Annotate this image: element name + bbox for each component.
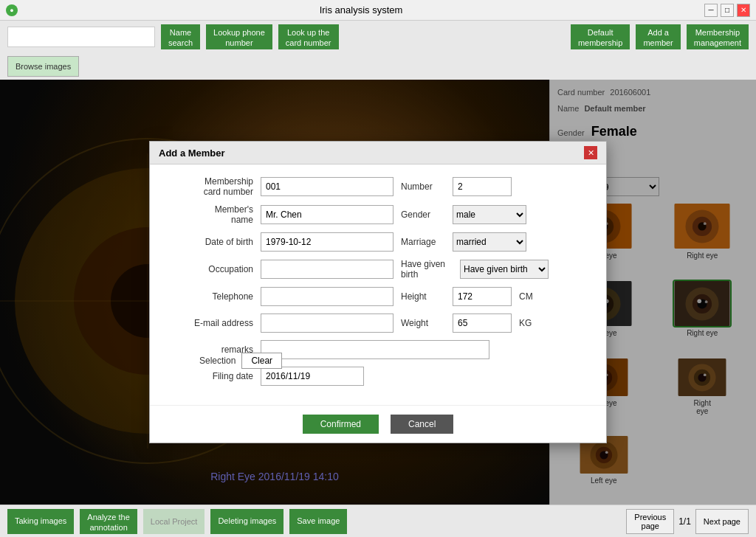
modal-body: Membership card number Number Member's n… (150, 164, 606, 405)
add-member-modal: Add a Member ✕ Membership card number Nu… (149, 141, 607, 443)
minimize-button[interactable]: ─ (704, 4, 718, 17)
gender-select[interactable]: male female (453, 205, 526, 224)
filing-date-input[interactable] (261, 367, 364, 386)
app-icon: ● (6, 4, 18, 16)
form-row-filing: Filing date (165, 367, 591, 386)
weight-input[interactable] (453, 313, 512, 333)
filing-date-label: Filing date (165, 371, 253, 381)
analyze-annotation-button[interactable]: Analyze the annotation (80, 509, 137, 534)
telephone-label: Telephone (165, 291, 253, 302)
form-row-telephone: Telephone Height CM (165, 287, 591, 306)
height-label: Height (401, 291, 445, 302)
card-number-form-input[interactable] (261, 177, 394, 196)
occupation-label: Occupation (165, 264, 253, 274)
membership-management-button[interactable]: Membership management (687, 24, 749, 49)
cancel-button[interactable]: Cancel (391, 415, 453, 434)
weight-unit: KG (519, 318, 532, 328)
previous-page-button[interactable]: Previous page (626, 509, 674, 534)
members-name-label: Member's name (165, 204, 253, 225)
modal-header: Add a Member ✕ (150, 142, 606, 164)
taking-images-button[interactable]: Taking images (7, 509, 74, 534)
members-name-input[interactable] (261, 205, 394, 224)
secondary-toolbar: Browse images (0, 53, 756, 80)
weight-label: Weight (401, 318, 445, 328)
window-controls: ─ □ ✕ (704, 4, 750, 17)
default-membership-button[interactable]: Default membership (571, 24, 630, 49)
selection-area: Selection Clear (199, 353, 282, 369)
number-input[interactable] (453, 177, 512, 196)
remarks-input[interactable] (261, 340, 489, 359)
modal-close-button[interactable]: ✕ (584, 146, 597, 159)
telephone-input[interactable] (261, 287, 394, 306)
email-input[interactable] (261, 313, 394, 333)
have-given-birth-select[interactable]: Have given birth No (460, 260, 549, 279)
bottom-toolbar: Taking images Analyze the annotation Loc… (0, 505, 756, 537)
form-row-name: Member's name Gender male female (165, 204, 591, 225)
form-row-card: Membership card number Number (165, 176, 591, 197)
lookup-card-button[interactable]: Look up the card number (278, 24, 339, 49)
number-label: Number (401, 181, 445, 192)
confirmed-button[interactable]: Confirmed (303, 415, 379, 434)
close-button[interactable]: ✕ (737, 4, 750, 17)
card-number-form-label: Membership card number (165, 176, 253, 197)
modal-footer: Confirmed Cancel (150, 405, 606, 443)
dob-input[interactable] (261, 232, 394, 252)
top-toolbar: Name search Lookup phone number Look up … (0, 21, 756, 53)
form-row-dob: Date of birth Marriage married single di… (165, 232, 591, 252)
form-row-occupation: Occupation Have given birth Have given b… (165, 259, 591, 280)
deleting-images-button[interactable]: Deleting images (210, 509, 284, 534)
height-unit: CM (519, 291, 533, 302)
page-info: Previous page 1/1 Next page (626, 509, 749, 534)
marriage-select[interactable]: married single divorced (453, 232, 526, 252)
restore-button[interactable]: □ (721, 4, 734, 17)
window-title: Iris analysis system (18, 4, 704, 15)
marriage-label: Marriage (401, 237, 445, 247)
page-number: 1/1 (678, 516, 691, 527)
local-project-button: Local Project (143, 509, 205, 534)
email-label: E-mail address (165, 318, 253, 328)
modal-overlay: Selection Clear Add a Member ✕ Membershi… (0, 80, 756, 505)
add-member-button[interactable]: Add a member (636, 24, 680, 49)
browse-images-button[interactable]: Browse images (7, 56, 79, 77)
form-row-email: E-mail address Weight KG (165, 313, 591, 333)
title-bar: ● Iris analysis system ─ □ ✕ (0, 0, 756, 21)
selection-label: Selection (199, 356, 236, 366)
modal-title: Add a Member (159, 148, 225, 159)
search-input[interactable] (7, 27, 155, 47)
clear-button[interactable]: Clear (241, 353, 282, 369)
main-content: Right Eye 2016/11/19 14:10 Current membe… (0, 80, 756, 505)
have-given-birth-label: Have given birth (401, 259, 453, 280)
lookup-phone-button[interactable]: Lookup phone number (206, 24, 272, 49)
save-image-button[interactable]: Save image (289, 509, 347, 534)
dob-label: Date of birth (165, 237, 253, 247)
name-search-button[interactable]: Name search (161, 24, 200, 49)
occupation-input[interactable] (261, 260, 394, 279)
height-input[interactable] (453, 287, 512, 306)
gender-form-label: Gender (401, 209, 445, 220)
next-page-button[interactable]: Next page (695, 509, 749, 534)
